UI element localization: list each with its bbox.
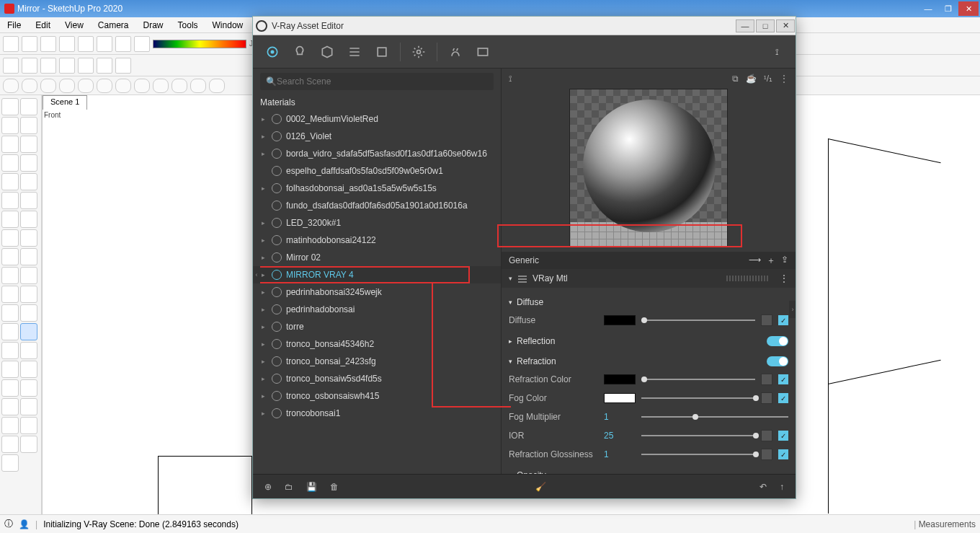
tool-button[interactable] <box>97 58 112 74</box>
vray-titlebar[interactable]: V-Ray Asset Editor — □ ✕ <box>253 17 796 35</box>
frame-buffer-icon[interactable] <box>473 43 492 61</box>
tool[interactable] <box>1 417 19 434</box>
minimize-button[interactable]: — <box>918 1 938 16</box>
tool-button[interactable] <box>40 58 56 74</box>
copy-icon[interactable]: ⧉ <box>732 74 739 84</box>
collapse-left-handle[interactable]: ‹ <box>253 266 260 283</box>
open-folder-icon[interactable]: 🗀 <box>285 482 293 492</box>
refraction-toggle[interactable] <box>767 356 788 366</box>
material-item[interactable]: ▸tronco_bonsaiw5sd4fd5s <box>253 370 501 387</box>
tool-button[interactable] <box>134 79 150 93</box>
diffuse-slider[interactable] <box>641 315 755 325</box>
tool[interactable] <box>1 117 19 134</box>
material-item[interactable]: ▸0126_Violet <box>253 128 501 145</box>
pin-icon[interactable]: ⟟ <box>775 47 778 57</box>
slider[interactable] <box>641 374 755 384</box>
enable-checkbox[interactable]: ✓ <box>778 374 788 384</box>
texture-slot[interactable] <box>761 449 772 460</box>
tool-button[interactable] <box>153 79 169 93</box>
menu-view[interactable]: View <box>58 20 91 30</box>
add-layer-icon[interactable]: ＋ <box>767 255 775 267</box>
menu-tools[interactable]: Tools <box>171 20 205 30</box>
tool-button[interactable] <box>40 79 56 93</box>
tool-button[interactable] <box>3 36 19 52</box>
undo-icon[interactable]: ↶ <box>760 482 767 492</box>
material-item[interactable]: ▸troncobonsai1 <box>253 405 501 422</box>
tool[interactable] <box>1 173 19 190</box>
geometry-tab-icon[interactable] <box>318 43 337 61</box>
fog-color-swatch[interactable] <box>604 393 636 403</box>
material-item[interactable]: ▸matinhodobonsai24122 <box>253 232 501 249</box>
search-input[interactable] <box>277 76 488 87</box>
menu-window[interactable]: Window <box>205 20 251 30</box>
tool-button[interactable] <box>59 79 75 93</box>
texture-slot[interactable] <box>761 314 772 326</box>
lights-tab-icon[interactable] <box>290 43 309 61</box>
tool[interactable] <box>1 286 19 303</box>
menu-edit[interactable]: Edit <box>28 20 58 30</box>
tool-button[interactable] <box>97 36 112 52</box>
tool-button[interactable] <box>134 36 150 52</box>
pencil-tool[interactable] <box>1 136 19 153</box>
refraction-gloss-value[interactable]: 1 <box>604 449 636 459</box>
tool[interactable] <box>1 342 19 359</box>
tool[interactable] <box>20 379 37 397</box>
up-icon[interactable]: ↑ <box>780 482 784 492</box>
ior-slider[interactable] <box>641 431 755 441</box>
tool[interactable] <box>1 361 19 378</box>
tool[interactable] <box>20 229 37 247</box>
diffuse-header[interactable]: ▾ Diffuse <box>509 294 788 311</box>
material-item[interactable]: ▸torre <box>253 318 501 335</box>
tool-button[interactable] <box>209 79 225 93</box>
tool-button[interactable] <box>3 58 19 74</box>
select-tool[interactable] <box>1 98 19 115</box>
material-item[interactable]: ▸Mirror 02 <box>253 249 501 266</box>
material-item[interactable]: espelho_daffdsaf0s5fa0sd5f09w0e5r0w1 <box>253 162 501 180</box>
tool[interactable] <box>20 304 37 322</box>
tool-button[interactable] <box>115 58 131 74</box>
tool[interactable] <box>1 229 19 247</box>
vray-minimize-button[interactable]: — <box>736 19 754 32</box>
fog-multiplier-value[interactable]: 1 <box>604 412 636 422</box>
slider[interactable] <box>641 393 755 403</box>
material-item[interactable]: ▸borda_vidro_sdafa5df5asfasd0f1as0df1a60… <box>253 145 501 162</box>
tool-button[interactable] <box>22 58 37 74</box>
material-item[interactable]: ▸0002_MediumVioletRed <box>253 110 501 128</box>
reflection-toggle[interactable] <box>767 336 788 346</box>
textures-tab-icon[interactable] <box>373 43 391 61</box>
texture-slot[interactable] <box>761 392 772 404</box>
purge-icon[interactable]: 🧹 <box>535 482 546 492</box>
tool-button[interactable] <box>59 58 75 74</box>
material-preview[interactable] <box>569 89 728 247</box>
material-item[interactable]: ▸pedrinhabonsai3245wejk <box>253 283 501 301</box>
tool[interactable] <box>20 173 37 190</box>
reflection-header[interactable]: ▸ Reflection <box>509 332 788 350</box>
tool[interactable] <box>20 154 37 172</box>
tool[interactable] <box>1 323 19 340</box>
tool-button[interactable] <box>97 79 112 93</box>
eraser-tool[interactable] <box>20 98 37 115</box>
export-icon[interactable]: ⇪ <box>781 255 788 267</box>
more-icon[interactable]: ⋮ <box>780 273 788 283</box>
tool[interactable] <box>20 398 37 415</box>
maximize-button[interactable]: ❐ <box>938 1 958 16</box>
tool-button[interactable] <box>172 79 187 93</box>
slider[interactable] <box>641 449 755 459</box>
tool-button[interactable] <box>115 79 131 93</box>
tool-button[interactable] <box>40 36 56 52</box>
tool[interactable] <box>1 267 19 284</box>
tool-button[interactable] <box>190 79 206 93</box>
quick-settings-icon[interactable]: ⟶ <box>749 255 761 267</box>
refraction-header[interactable]: ▾ Refraction <box>509 353 788 370</box>
tool[interactable] <box>1 454 19 472</box>
tool-button[interactable] <box>59 36 75 52</box>
vraymtl-row[interactable]: ▾ VRay Mtl ⋮ <box>502 269 796 288</box>
tool[interactable] <box>20 323 37 340</box>
tool-button[interactable] <box>22 79 37 93</box>
delete-icon[interactable]: 🗑 <box>330 482 339 492</box>
search-box[interactable]: 🔍 <box>260 73 494 90</box>
menu-camera[interactable]: Camera <box>91 20 136 30</box>
tool[interactable] <box>20 286 37 303</box>
settings-icon[interactable] <box>409 43 428 61</box>
save-icon[interactable]: 💾 <box>306 482 317 492</box>
